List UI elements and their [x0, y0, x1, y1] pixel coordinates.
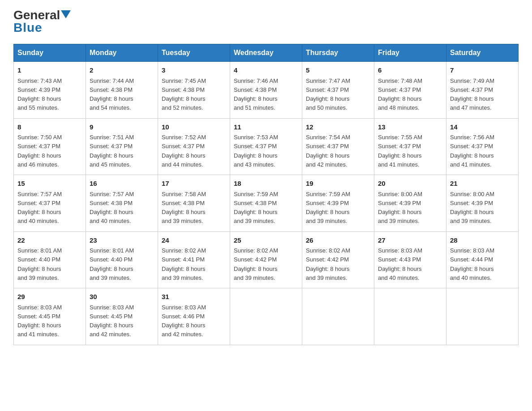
table-cell: 19 Sunrise: 7:59 AMSunset: 4:39 PMDaylig… [302, 175, 374, 232]
header-monday: Monday [86, 44, 158, 62]
table-cell: 12 Sunrise: 7:54 AMSunset: 4:37 PMDaylig… [302, 118, 374, 175]
day-info: Sunrise: 8:00 AMSunset: 4:39 PMDaylight:… [378, 191, 422, 225]
table-cell: 11 Sunrise: 7:53 AMSunset: 4:37 PMDaylig… [230, 118, 302, 175]
day-info: Sunrise: 7:53 AMSunset: 4:37 PMDaylight:… [234, 134, 278, 168]
table-cell: 20 Sunrise: 8:00 AMSunset: 4:39 PMDaylig… [374, 175, 446, 232]
day-info: Sunrise: 7:46 AMSunset: 4:38 PMDaylight:… [234, 77, 278, 111]
table-cell: 2 Sunrise: 7:44 AMSunset: 4:38 PMDayligh… [86, 62, 158, 119]
table-cell: 8 Sunrise: 7:50 AMSunset: 4:37 PMDayligh… [14, 118, 86, 175]
header-tuesday: Tuesday [158, 44, 230, 62]
calendar-header-row: SundayMondayTuesdayWednesdayThursdayFrid… [14, 44, 519, 62]
table-cell [230, 288, 302, 345]
day-number: 7 [450, 65, 515, 76]
day-number: 16 [90, 179, 154, 189]
day-number: 23 [90, 235, 154, 246]
page-header: General Blue [13, 9, 519, 35]
day-info: Sunrise: 8:03 AMSunset: 4:46 PMDaylight:… [162, 304, 206, 338]
day-number: 9 [90, 122, 154, 133]
table-cell: 23 Sunrise: 8:01 AMSunset: 4:40 PMDaylig… [86, 231, 158, 288]
day-number: 17 [162, 179, 226, 189]
day-info: Sunrise: 7:59 AMSunset: 4:39 PMDaylight:… [306, 191, 350, 225]
table-cell [302, 288, 374, 345]
header-saturday: Saturday [446, 44, 519, 62]
table-cell: 21 Sunrise: 8:00 AMSunset: 4:39 PMDaylig… [446, 175, 519, 232]
day-number: 11 [234, 122, 298, 133]
calendar-table: SundayMondayTuesdayWednesdayThursdayFrid… [13, 44, 519, 345]
logo-triangle-icon [61, 10, 71, 18]
day-number: 30 [90, 292, 154, 302]
table-cell: 17 Sunrise: 7:58 AMSunset: 4:38 PMDaylig… [158, 175, 230, 232]
day-info: Sunrise: 7:54 AMSunset: 4:37 PMDaylight:… [306, 134, 350, 168]
table-cell: 24 Sunrise: 8:02 AMSunset: 4:41 PMDaylig… [158, 231, 230, 288]
table-cell: 31 Sunrise: 8:03 AMSunset: 4:46 PMDaylig… [158, 288, 230, 345]
table-cell: 7 Sunrise: 7:49 AMSunset: 4:37 PMDayligh… [446, 62, 519, 119]
day-info: Sunrise: 8:01 AMSunset: 4:40 PMDaylight:… [17, 247, 62, 281]
logo: General Blue [13, 9, 71, 35]
week-row-2: 8 Sunrise: 7:50 AMSunset: 4:37 PMDayligh… [14, 118, 519, 175]
day-number: 13 [378, 122, 442, 133]
day-number: 2 [90, 65, 154, 76]
day-number: 22 [17, 235, 82, 246]
day-number: 19 [306, 179, 370, 189]
day-info: Sunrise: 7:52 AMSunset: 4:37 PMDaylight:… [162, 134, 206, 168]
logo-general: General [13, 9, 60, 21]
table-cell: 10 Sunrise: 7:52 AMSunset: 4:37 PMDaylig… [158, 118, 230, 175]
day-number: 10 [162, 122, 226, 133]
header-friday: Friday [374, 44, 446, 62]
day-number: 3 [162, 65, 226, 76]
day-info: Sunrise: 7:59 AMSunset: 4:38 PMDaylight:… [234, 191, 278, 225]
table-cell: 5 Sunrise: 7:47 AMSunset: 4:37 PMDayligh… [302, 62, 374, 119]
day-number: 21 [450, 179, 515, 189]
day-info: Sunrise: 8:02 AMSunset: 4:42 PMDaylight:… [306, 247, 350, 281]
day-info: Sunrise: 8:03 AMSunset: 4:45 PMDaylight:… [17, 304, 62, 338]
day-number: 5 [306, 65, 370, 76]
day-info: Sunrise: 8:00 AMSunset: 4:39 PMDaylight:… [450, 191, 494, 225]
day-info: Sunrise: 7:44 AMSunset: 4:38 PMDaylight:… [90, 77, 134, 111]
day-info: Sunrise: 7:57 AMSunset: 4:37 PMDaylight:… [17, 191, 62, 225]
day-number: 15 [17, 179, 82, 189]
day-number: 27 [378, 235, 442, 246]
day-number: 29 [17, 292, 82, 302]
table-cell: 1 Sunrise: 7:43 AMSunset: 4:39 PMDayligh… [14, 62, 86, 119]
day-number: 26 [306, 235, 370, 246]
table-cell [446, 288, 519, 345]
day-number: 25 [234, 235, 298, 246]
day-number: 6 [378, 65, 442, 76]
day-number: 12 [306, 122, 370, 133]
day-info: Sunrise: 8:03 AMSunset: 4:43 PMDaylight:… [378, 247, 422, 281]
header-wednesday: Wednesday [230, 44, 302, 62]
day-info: Sunrise: 8:02 AMSunset: 4:42 PMDaylight:… [234, 247, 278, 281]
table-cell [374, 288, 446, 345]
table-cell: 15 Sunrise: 7:57 AMSunset: 4:37 PMDaylig… [14, 175, 86, 232]
week-row-3: 15 Sunrise: 7:57 AMSunset: 4:37 PMDaylig… [14, 175, 519, 232]
day-info: Sunrise: 7:48 AMSunset: 4:37 PMDaylight:… [378, 77, 422, 111]
week-row-1: 1 Sunrise: 7:43 AMSunset: 4:39 PMDayligh… [14, 62, 519, 119]
day-info: Sunrise: 7:56 AMSunset: 4:37 PMDaylight:… [450, 134, 494, 168]
day-number: 4 [234, 65, 298, 76]
table-cell: 27 Sunrise: 8:03 AMSunset: 4:43 PMDaylig… [374, 231, 446, 288]
day-info: Sunrise: 8:03 AMSunset: 4:45 PMDaylight:… [90, 304, 134, 338]
table-cell: 13 Sunrise: 7:55 AMSunset: 4:37 PMDaylig… [374, 118, 446, 175]
day-info: Sunrise: 7:51 AMSunset: 4:37 PMDaylight:… [90, 134, 134, 168]
day-number: 24 [162, 235, 226, 246]
week-row-5: 29 Sunrise: 8:03 AMSunset: 4:45 PMDaylig… [14, 288, 519, 345]
table-cell: 22 Sunrise: 8:01 AMSunset: 4:40 PMDaylig… [14, 231, 86, 288]
day-info: Sunrise: 7:58 AMSunset: 4:38 PMDaylight:… [162, 191, 206, 225]
day-info: Sunrise: 8:03 AMSunset: 4:44 PMDaylight:… [450, 247, 494, 281]
day-info: Sunrise: 7:49 AMSunset: 4:37 PMDaylight:… [450, 77, 494, 111]
day-info: Sunrise: 7:55 AMSunset: 4:37 PMDaylight:… [378, 134, 422, 168]
day-info: Sunrise: 7:57 AMSunset: 4:38 PMDaylight:… [90, 191, 134, 225]
table-cell: 30 Sunrise: 8:03 AMSunset: 4:45 PMDaylig… [86, 288, 158, 345]
header-thursday: Thursday [302, 44, 374, 62]
table-cell: 25 Sunrise: 8:02 AMSunset: 4:42 PMDaylig… [230, 231, 302, 288]
day-number: 14 [450, 122, 515, 133]
day-number: 18 [234, 179, 298, 189]
table-cell: 9 Sunrise: 7:51 AMSunset: 4:37 PMDayligh… [86, 118, 158, 175]
table-cell: 6 Sunrise: 7:48 AMSunset: 4:37 PMDayligh… [374, 62, 446, 119]
day-info: Sunrise: 7:47 AMSunset: 4:37 PMDaylight:… [306, 77, 350, 111]
day-number: 8 [17, 122, 82, 133]
logo-blue: Blue [13, 21, 43, 35]
day-info: Sunrise: 7:43 AMSunset: 4:39 PMDaylight:… [17, 77, 62, 111]
table-cell: 4 Sunrise: 7:46 AMSunset: 4:38 PMDayligh… [230, 62, 302, 119]
day-number: 20 [378, 179, 442, 189]
